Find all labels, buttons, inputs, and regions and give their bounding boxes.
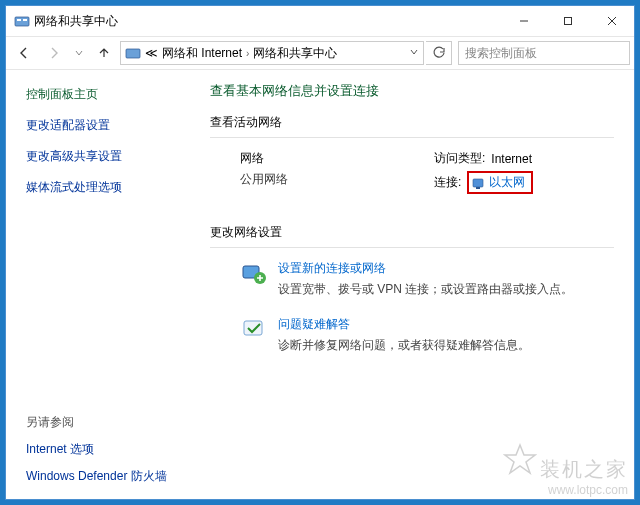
window: 网络和共享中心: [5, 5, 635, 500]
access-type-label: 访问类型:: [434, 150, 485, 167]
svg-rect-12: [244, 321, 262, 335]
maximize-button[interactable]: [546, 7, 590, 35]
main-panel: 查看基本网络信息并设置连接 查看活动网络 网络 公用网络 访问类型: Inter…: [192, 70, 634, 499]
sidebar-item-media-streaming[interactable]: 媒体流式处理选项: [26, 179, 192, 196]
address-bar: ≪ 网络和 Internet › 网络和共享中心 搜索控制面板: [6, 36, 634, 70]
search-placeholder: 搜索控制面板: [465, 45, 537, 62]
action-new-connection[interactable]: 设置新的连接或网络 设置宽带、拨号或 VPN 连接；或设置路由器或接入点。: [210, 260, 614, 298]
content-area: 控制面板主页 更改适配器设置 更改高级共享设置 媒体流式处理选项 另请参阅 In…: [6, 70, 634, 499]
action-text: 问题疑难解答 诊断并修复网络问题，或者获得疑难解答信息。: [278, 316, 530, 354]
address-dropdown-icon[interactable]: [409, 47, 419, 59]
change-settings-label: 更改网络设置: [210, 224, 614, 241]
page-title: 查看基本网络信息并设置连接: [210, 82, 614, 100]
divider: [210, 137, 614, 138]
divider: [210, 247, 614, 248]
sidebar: 控制面板主页 更改适配器设置 更改高级共享设置 媒体流式处理选项 另请参阅 In…: [6, 70, 192, 499]
network-name: 网络: [240, 150, 414, 167]
see-also-internet-options[interactable]: Internet 选项: [26, 441, 167, 458]
network-type: 公用网络: [240, 171, 414, 188]
search-input[interactable]: 搜索控制面板: [458, 41, 630, 65]
sidebar-item-adapter-settings[interactable]: 更改适配器设置: [26, 117, 192, 134]
back-button[interactable]: [10, 39, 38, 67]
action-text: 设置新的连接或网络 设置宽带、拨号或 VPN 连接；或设置路由器或接入点。: [278, 260, 573, 298]
up-button[interactable]: [90, 39, 118, 67]
access-type-value: Internet: [491, 152, 532, 166]
connection-row: 连接: 以太网: [434, 171, 614, 194]
window-buttons: [502, 7, 634, 35]
connection-label: 连接:: [434, 174, 461, 191]
network-info: 网络 公用网络: [240, 150, 414, 198]
titlebar: 网络和共享中心: [6, 6, 634, 36]
refresh-button[interactable]: [426, 41, 452, 65]
svg-rect-1: [17, 19, 21, 21]
close-button[interactable]: [590, 7, 634, 35]
breadcrumb-level1[interactable]: 网络和 Internet: [162, 45, 242, 62]
history-dropdown[interactable]: [70, 39, 88, 67]
svg-rect-4: [565, 18, 572, 25]
change-settings-section: 更改网络设置 设置新的连接或网络 设置宽带、拨号或 VPN 连接；或设置路由器或…: [210, 224, 614, 354]
new-connection-icon: [240, 260, 268, 288]
network-details: 访问类型: Internet 连接: 以太网: [434, 150, 614, 198]
active-networks-label: 查看活动网络: [210, 114, 614, 131]
forward-button[interactable]: [40, 39, 68, 67]
breadcrumb-root[interactable]: ≪: [145, 46, 158, 60]
breadcrumb-sep-icon: ›: [246, 48, 249, 59]
connection-link[interactable]: 以太网: [489, 174, 525, 191]
highlight-box: 以太网: [467, 171, 533, 194]
action-title[interactable]: 设置新的连接或网络: [278, 260, 573, 277]
minimize-button[interactable]: [502, 7, 546, 35]
see-also-defender-firewall[interactable]: Windows Defender 防火墙: [26, 468, 167, 485]
svg-rect-9: [476, 187, 480, 189]
action-desc: 设置宽带、拨号或 VPN 连接；或设置路由器或接入点。: [278, 281, 573, 298]
action-title[interactable]: 问题疑难解答: [278, 316, 530, 333]
control-panel-icon: [14, 13, 30, 29]
active-network: 网络 公用网络 访问类型: Internet 连接: 以太: [210, 150, 614, 198]
svg-rect-0: [15, 17, 29, 26]
troubleshoot-icon: [240, 316, 268, 344]
svg-rect-8: [473, 179, 483, 187]
see-also-heading: 另请参阅: [26, 414, 167, 431]
sidebar-item-advanced-sharing[interactable]: 更改高级共享设置: [26, 148, 192, 165]
sidebar-heading[interactable]: 控制面板主页: [26, 86, 192, 103]
address-field[interactable]: ≪ 网络和 Internet › 网络和共享中心: [120, 41, 424, 65]
breadcrumb-level2[interactable]: 网络和共享中心: [253, 45, 337, 62]
window-title: 网络和共享中心: [30, 13, 502, 30]
see-also: 另请参阅 Internet 选项 Windows Defender 防火墙: [26, 414, 167, 485]
location-icon: [125, 45, 141, 61]
svg-rect-7: [126, 49, 140, 58]
svg-rect-2: [23, 19, 27, 21]
access-type-row: 访问类型: Internet: [434, 150, 614, 167]
action-troubleshoot[interactable]: 问题疑难解答 诊断并修复网络问题，或者获得疑难解答信息。: [210, 316, 614, 354]
ethernet-icon: [471, 176, 485, 190]
action-desc: 诊断并修复网络问题，或者获得疑难解答信息。: [278, 337, 530, 354]
